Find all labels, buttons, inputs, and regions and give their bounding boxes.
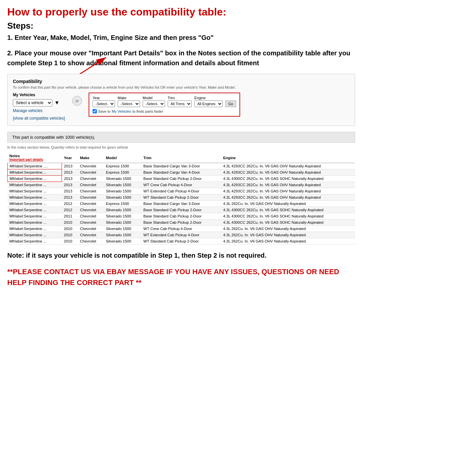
show-all-link[interactable]: [show all compatible vehicles] [13, 116, 65, 121]
engine-select[interactable]: All Engines [194, 100, 223, 107]
cell-trim: Base Standard Cargo Van 4-Door [141, 169, 221, 176]
cell-engine: 4.3L 262Cu. In. V6 GAS OHV Naturally Asp… [221, 201, 355, 207]
cell-make: Chevrolet [78, 219, 104, 226]
cell-year: 2010 [62, 219, 78, 226]
save-text-prefix: Save to [98, 109, 110, 113]
or-divider: or [72, 96, 82, 106]
cell-engine: 4.3L 4293CC 262Cu. In. V6 GAS OHV Natura… [221, 182, 355, 188]
cell-year: 2013 [62, 176, 78, 182]
my-vehicles-label: My Vehicles [13, 93, 66, 97]
cell-model: Silverado 1500 [104, 238, 141, 244]
vehicle-select-row: Select a vehicle ▼ [13, 99, 66, 106]
table-row: Mfrlabel:Serpentine ...2013ChevroletSilv… [8, 188, 355, 194]
notes-label: Notes [10, 154, 60, 158]
important-part-details-link[interactable]: Important part details [10, 158, 60, 161]
cell-notes: Mfrlabel:Serpentine ... [8, 188, 62, 194]
cell-notes: Mfrlabel:Serpentine.... [8, 169, 62, 176]
main-title: How to properly use the compatibility ta… [7, 6, 355, 18]
cell-notes: Mfrlabel:Serpentine ... [8, 232, 62, 238]
steps-title: Steps: [7, 21, 355, 31]
cell-trim: WT Crew Cab Pickup 4-Door [141, 182, 221, 188]
year-field: Year -Select- [93, 96, 115, 107]
compatibility-box: Compatibility To confirm that this part … [7, 74, 355, 126]
cell-engine: 4.3L 4293CC 262Cu. In. V6 GAS OHV Natura… [221, 163, 355, 169]
cell-trim: Base Standard Cab Pickup 2-Door [141, 219, 221, 226]
compat-body: My Vehicles Select a vehicle ▼ Manage ve… [13, 93, 350, 121]
cell-trim: WT Crew Cab Pickup 4-Door [141, 226, 221, 232]
cell-make: Chevrolet [78, 176, 104, 182]
cell-notes: Mfrlabel:Serpentine .... [8, 163, 62, 169]
cell-model: Express 1500 [104, 169, 141, 176]
cell-model: Express 1500 [104, 201, 141, 207]
cell-trim: WT Extended Cab Pickup 4-Door [141, 232, 221, 238]
cell-make: Chevrolet [78, 194, 104, 201]
col-notes: Notes Important part details [8, 153, 62, 163]
cell-year: 2010 [62, 232, 78, 238]
compat-subtitle: To confirm that this part fits your vehi… [13, 85, 350, 89]
cell-engine: 4.3L 262Cu. In. V6 GAS OHV Naturally Asp… [221, 226, 355, 232]
cell-engine: 4.3L 4300CC 262Cu. In. V6 GAS SOHC Natur… [221, 176, 355, 182]
cell-trim: Base Standard Cargo Van 3-Door [141, 163, 221, 169]
save-checkbox[interactable] [93, 109, 97, 113]
table-row: Mfrlabel:Serpentine ...2010ChevroletSilv… [8, 238, 355, 244]
cell-make: Chevrolet [78, 213, 104, 219]
cell-make: Chevrolet [78, 163, 104, 169]
form-fields-row: Year -Select- Make -Select- Model [93, 96, 236, 107]
compatibility-container: Compatibility To confirm that this part … [7, 74, 355, 244]
model-select[interactable]: -Select- [143, 100, 165, 107]
cell-model: Silverado 1500 [104, 232, 141, 238]
my-vehicles-link[interactable]: My Vehicles [112, 109, 131, 113]
cell-notes: Mfrlabel:Serpentine ... [8, 194, 62, 201]
cell-year: 2013 [62, 163, 78, 169]
vehicle-select[interactable]: Select a vehicle [13, 99, 52, 106]
cell-trim: Base Standard Cab Pickup 2-Door [141, 207, 221, 213]
compatibility-table: Notes Important part details Year Make M… [7, 153, 355, 244]
trim-field: Trim All Trims [168, 96, 192, 107]
cell-engine: 4.3L 262Cu. In. V6 GAS OHV Naturally Asp… [221, 232, 355, 238]
cell-trim: WT Standard Cab Pickup 2-Door [141, 194, 221, 201]
cell-model: Silverado 1500 [104, 219, 141, 226]
year-select[interactable]: -Select- [93, 100, 115, 107]
col-trim: Trim [141, 153, 221, 163]
cell-model: Silverado 1500 [104, 188, 141, 194]
table-row: Mfrlabel:Serpentine ....2013ChevroletExp… [8, 163, 355, 169]
make-select[interactable]: -Select- [118, 100, 140, 107]
step2-text: 2. Place your mouse over "Important Part… [7, 48, 355, 68]
make-label: Make [118, 96, 140, 100]
go-button[interactable]: Go [225, 100, 236, 107]
year-label: Year [93, 96, 115, 100]
cell-make: Chevrolet [78, 188, 104, 194]
cell-model: Silverado 1500 [104, 213, 141, 219]
cell-year: 2012 [62, 201, 78, 207]
cell-notes: Mfrlabel:Serpentine ... [8, 238, 62, 244]
cell-year: 2010 [62, 238, 78, 244]
table-row: Mfrlabel:Serpentine ...2011ChevroletSilv… [8, 213, 355, 219]
cell-model: Express 1500 [104, 163, 141, 169]
cell-year: 2011 [62, 213, 78, 219]
notes-header: Notes Important part details [10, 154, 60, 161]
dropdown-icon: ▼ [54, 100, 60, 106]
save-text-suffix: to finds parts faster [132, 109, 163, 113]
cell-make: Chevrolet [78, 182, 104, 188]
col-engine: Engine [221, 153, 355, 163]
table-row: Mfrlabel:Serpentine ...2010ChevroletSilv… [8, 219, 355, 226]
make-field: Make -Select- [118, 96, 140, 107]
table-row: Mfrlabel:Serpentine ...2013ChevroletSilv… [8, 194, 355, 201]
cell-year: 2013 [62, 194, 78, 201]
manage-vehicles-link[interactable]: Manage vehicles [13, 108, 66, 113]
cell-make: Chevrolet [78, 238, 104, 244]
cell-trim: Base Standard Cab Pickup 2-Door [141, 176, 221, 182]
cell-year: 2013 [62, 182, 78, 188]
cell-make: Chevrolet [78, 201, 104, 207]
engine-field: Engine All Engines [194, 96, 223, 107]
cell-year: 2010 [62, 226, 78, 232]
col-model: Model [104, 153, 141, 163]
cell-trim: WT Standard Cab Pickup 2-Door [141, 238, 221, 244]
col-year: Year [62, 153, 78, 163]
compat-note: In the notes section below, Quantity ref… [7, 145, 355, 149]
cell-model: Silverado 1500 [104, 176, 141, 182]
table-row: Mfrlabel:Serpentine ...2012ChevroletSilv… [8, 207, 355, 213]
trim-select[interactable]: All Trims [168, 100, 192, 107]
cell-notes: Mfrlabel:Serpentine ... [8, 201, 62, 207]
cell-engine: 4.3L 4293CC 262Cu. In. V6 GAS OHV Natura… [221, 194, 355, 201]
